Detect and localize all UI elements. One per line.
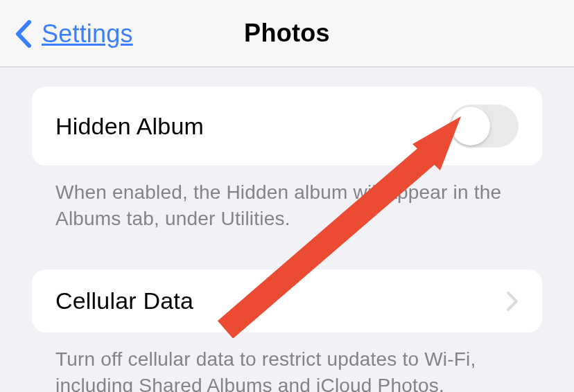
chevron-left-icon xyxy=(14,20,33,48)
hidden-album-row: Hidden Album xyxy=(32,87,542,166)
cellular-data-footer: Turn off cellular data to restrict updat… xyxy=(32,346,542,392)
settings-photos-screen: Settings Photos Hidden Album When enable… xyxy=(0,0,574,392)
back-button[interactable]: Settings xyxy=(14,0,133,67)
back-label: Settings xyxy=(42,19,133,48)
cellular-data-label: Cellular Data xyxy=(55,287,193,314)
page-title: Photos xyxy=(244,19,330,48)
hidden-album-label: Hidden Album xyxy=(55,113,204,140)
hidden-album-toggle[interactable] xyxy=(449,105,519,148)
nav-bar: Settings Photos xyxy=(0,0,574,67)
toggle-knob xyxy=(451,107,490,145)
content: Hidden Album When enabled, the Hidden al… xyxy=(0,67,574,392)
chevron-right-icon xyxy=(506,291,519,312)
cellular-data-row[interactable]: Cellular Data xyxy=(32,269,542,332)
hidden-album-footer: When enabled, the Hidden album will appe… xyxy=(32,179,542,232)
